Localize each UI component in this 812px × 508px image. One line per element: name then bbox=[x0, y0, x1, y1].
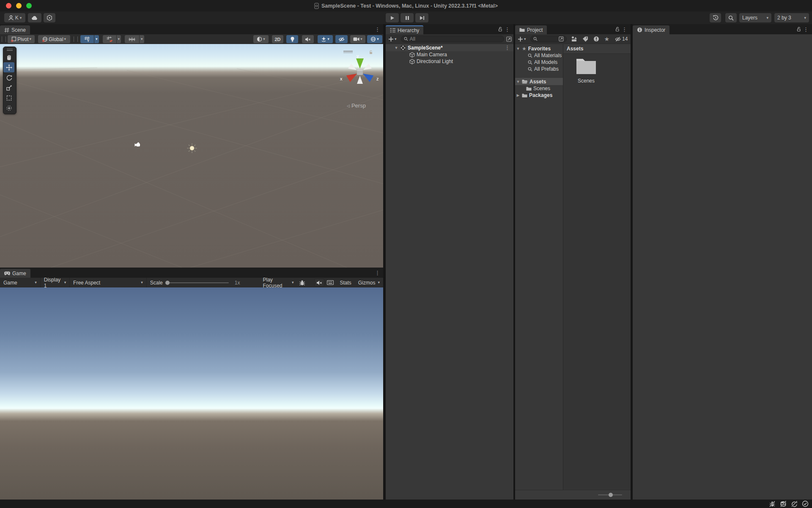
game-viewport[interactable] bbox=[0, 287, 383, 500]
hierarchy-item-main-camera[interactable]: Main Camera bbox=[386, 51, 513, 58]
search-button[interactable] bbox=[725, 13, 737, 22]
scene-row-kebab[interactable]: ⋮ bbox=[505, 45, 510, 50]
hierarchy-search-input[interactable]: All bbox=[401, 36, 504, 42]
layout-dropdown[interactable]: 2 by 3▾ bbox=[774, 13, 809, 22]
project-add-dropdown[interactable]: ▾ bbox=[518, 36, 526, 42]
hidden-packages-toggle[interactable]: 14 bbox=[614, 36, 628, 42]
favorite-all-materials[interactable]: All Materials bbox=[515, 52, 563, 59]
move-tool-button[interactable] bbox=[3, 62, 14, 72]
gizmos-dropdown-toggle[interactable]: ▾ bbox=[367, 35, 382, 43]
asset-scenes-folder[interactable]: Scenes bbox=[573, 58, 600, 84]
effects-dropdown-toggle[interactable]: ▾ bbox=[318, 35, 333, 43]
sun-light-gizmo-icon[interactable] bbox=[187, 143, 197, 153]
overlay-drag-handle[interactable] bbox=[2, 36, 6, 42]
favorite-all-models[interactable]: All Models bbox=[515, 59, 563, 66]
thumbnail-zoom-thumb[interactable] bbox=[609, 493, 613, 497]
assets-row-selected[interactable]: ▼ Assets bbox=[515, 78, 563, 85]
debug-button[interactable] bbox=[297, 278, 307, 287]
game-audio-mute-toggle[interactable] bbox=[314, 279, 324, 287]
favorites-row[interactable]: ▼ ★ Favorites bbox=[515, 45, 563, 52]
packages-row[interactable]: ▶ Packages bbox=[515, 92, 563, 99]
undo-history-button[interactable] bbox=[710, 13, 721, 22]
aspect-dropdown[interactable]: Free Aspect▾ bbox=[70, 278, 146, 287]
search-window-icon[interactable] bbox=[559, 36, 564, 41]
snap-increment-dropdown[interactable]: ▾ bbox=[140, 35, 144, 43]
pause-button[interactable] bbox=[401, 13, 414, 22]
hierarchy-add-dropdown[interactable]: ▾ bbox=[388, 36, 397, 42]
tab-inspector[interactable]: Inspector bbox=[633, 25, 669, 34]
pivot-dropdown[interactable]: Pivot▾ bbox=[8, 35, 35, 43]
hierarchy-item-directional-light[interactable]: Directional Light bbox=[386, 58, 513, 65]
scene-visibility-toggle[interactable] bbox=[335, 35, 348, 43]
scale-slider-thumb[interactable] bbox=[165, 281, 170, 285]
snap-dropdown[interactable]: ▾ bbox=[117, 35, 121, 43]
axis-gizmo[interactable] bbox=[340, 54, 379, 89]
snap-toggle[interactable] bbox=[103, 35, 116, 43]
zoom-button[interactable] bbox=[26, 3, 32, 8]
focus-mode-label: Play Focused bbox=[263, 277, 289, 289]
display-dropdown[interactable]: Display 1▾ bbox=[41, 278, 69, 287]
rect-tool-button[interactable] bbox=[3, 93, 14, 103]
projection-label[interactable]: ◁ Persp bbox=[347, 102, 366, 109]
search-by-type-icon[interactable] bbox=[571, 36, 577, 42]
search-window-icon[interactable] bbox=[506, 36, 512, 42]
minimize-button[interactable] bbox=[16, 3, 22, 8]
scene-header-row[interactable]: ▼ SampleScene* ⋮ bbox=[386, 44, 513, 51]
rotate-tool-button[interactable] bbox=[3, 72, 14, 83]
tab-game[interactable]: Game bbox=[0, 269, 30, 278]
auto-refresh-icon[interactable] bbox=[791, 501, 798, 507]
import-log-icon[interactable] bbox=[593, 36, 599, 42]
grid-visibility-dropdown[interactable]: ▾ bbox=[94, 35, 99, 43]
scene-menu-kebab[interactable]: ⋮ bbox=[375, 27, 380, 32]
scale-tool-button[interactable] bbox=[3, 83, 14, 93]
camera-settings-dropdown[interactable]: ▾ bbox=[350, 35, 365, 43]
game-gizmos-dropdown[interactable]: Gizmos▾ bbox=[355, 278, 383, 287]
stats-toggle[interactable]: Stats bbox=[336, 278, 354, 287]
assets-scenes-row[interactable]: Scenes bbox=[515, 85, 563, 92]
global-dropdown[interactable]: Global▾ bbox=[38, 35, 70, 43]
draw-mode-dropdown[interactable]: ▾ bbox=[253, 35, 269, 43]
step-button[interactable] bbox=[415, 13, 428, 22]
scene-lighting-toggle[interactable] bbox=[286, 35, 298, 43]
gizmo-drag-handle[interactable] bbox=[343, 51, 353, 53]
game-menu-kebab[interactable]: ⋮ bbox=[375, 270, 380, 276]
scene-viewport[interactable]: y x z ◁ Persp bbox=[0, 44, 383, 268]
keyboard-input-button[interactable] bbox=[324, 278, 336, 287]
progress-check-icon[interactable] bbox=[802, 500, 809, 507]
scale-slider[interactable] bbox=[165, 280, 229, 285]
grid-visibility-toggle[interactable]: Y bbox=[80, 35, 94, 43]
account-dropdown[interactable]: K ▾ bbox=[4, 13, 25, 22]
game-view-dropdown[interactable]: Game▾ bbox=[0, 278, 40, 287]
hand-tool-button[interactable] bbox=[3, 52, 14, 62]
inspector-lock-icon[interactable] bbox=[796, 27, 801, 32]
project-lock-icon[interactable] bbox=[615, 27, 620, 32]
project-toolbar: ▾ bbox=[515, 34, 631, 44]
hierarchy-lock-icon[interactable] bbox=[498, 27, 502, 32]
search-by-label-icon[interactable] bbox=[582, 36, 588, 42]
tools-drag-handle[interactable] bbox=[3, 47, 16, 52]
tab-scene[interactable]: Scene bbox=[0, 25, 30, 34]
camera-gizmo-icon[interactable] bbox=[134, 142, 141, 147]
layers-dropdown[interactable]: Layers▾ bbox=[739, 13, 771, 22]
close-button[interactable] bbox=[6, 3, 11, 8]
transform-tool-button[interactable] bbox=[3, 103, 14, 113]
cache-server-icon[interactable] bbox=[780, 501, 787, 507]
cloud-button[interactable] bbox=[28, 13, 41, 22]
2d-toggle[interactable]: 2D bbox=[272, 35, 283, 43]
save-search-star-icon[interactable]: ★ bbox=[604, 36, 610, 42]
overlay-drag-handle[interactable] bbox=[74, 36, 78, 42]
tab-project[interactable]: Project bbox=[515, 25, 547, 34]
project-search-input[interactable] bbox=[530, 36, 567, 42]
project-menu-kebab[interactable]: ⋮ bbox=[622, 27, 627, 32]
focus-mode-dropdown[interactable]: Play Focused▾ bbox=[259, 278, 297, 287]
inspector-menu-kebab[interactable]: ⋮ bbox=[803, 27, 809, 32]
code-optimization-bug-icon[interactable] bbox=[769, 501, 776, 507]
scene-audio-toggle[interactable] bbox=[302, 35, 314, 43]
favorite-all-prefabs[interactable]: All Prefabs bbox=[515, 66, 563, 72]
content-breadcrumb[interactable]: Assets bbox=[563, 44, 631, 54]
hierarchy-menu-kebab[interactable]: ⋮ bbox=[505, 27, 510, 32]
services-button[interactable] bbox=[44, 13, 55, 22]
play-button[interactable] bbox=[386, 13, 399, 22]
snap-increment-button[interactable] bbox=[125, 35, 139, 43]
tab-hierarchy[interactable]: Hierarchy bbox=[386, 25, 423, 34]
